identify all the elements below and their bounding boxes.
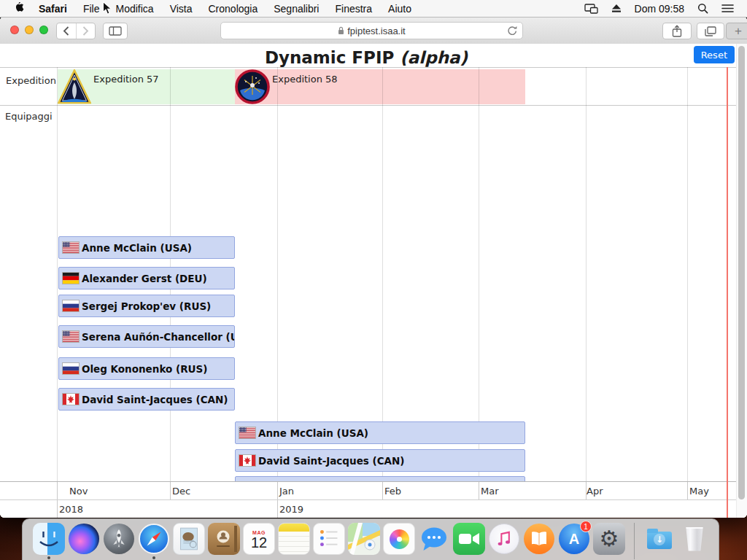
grid-line	[57, 67, 58, 481]
desktop: SafariFileModificaVistaCronologiaSegnali…	[0, 0, 747, 560]
menu-item-aiuto[interactable]: Aiuto	[388, 3, 411, 15]
notification-list-icon[interactable]	[721, 4, 734, 13]
zoom-window-button[interactable]	[39, 26, 48, 34]
dock-icon-messages[interactable]	[418, 523, 450, 559]
month-label-feb: Feb	[384, 486, 401, 497]
dock-icon-finder[interactable]	[33, 523, 65, 559]
tab-overview-button[interactable]	[697, 23, 724, 39]
dock-icon-mail[interactable]	[173, 523, 205, 559]
menu-item-finestra[interactable]: Finestra	[335, 3, 372, 15]
grid-line	[479, 67, 479, 481]
crew-bar[interactable]: David Saint-Jacques (CAN)	[235, 449, 525, 472]
grid-line	[277, 67, 278, 481]
minimize-window-button[interactable]	[25, 26, 34, 34]
dock-icon-photos[interactable]	[383, 523, 415, 559]
crew-name: Oleg Kononenko (RUS)	[82, 363, 207, 375]
browser-toolbar: fpiptest.isaa.it +	[0, 17, 747, 44]
apple-menu-icon[interactable]	[15, 2, 26, 15]
crew-bar[interactable]: Alexander Gerst (DEU)	[58, 267, 235, 289]
sidebar-toggle-button[interactable]	[103, 23, 128, 39]
menu-item-segnalibri[interactable]: Segnalibri	[274, 3, 319, 15]
display-mirroring-icon[interactable]	[584, 4, 598, 14]
page-scrollbar[interactable]	[736, 44, 747, 518]
dock-icon-siri[interactable]	[68, 523, 100, 559]
lock-icon	[338, 26, 344, 35]
dock-icon-safari[interactable]	[138, 523, 170, 559]
menu-clock[interactable]: Dom 09:58	[635, 3, 684, 15]
row-label-crews: Equipaggi	[5, 111, 53, 122]
dock-separator	[634, 523, 635, 559]
year-label-2018: 2018	[59, 504, 83, 515]
menu-item-modifica[interactable]: Modifica	[115, 3, 153, 15]
crew-bar[interactable]: Anne McClain (USA)	[58, 236, 235, 259]
menu-item-vista[interactable]: Vista	[170, 3, 193, 15]
grid-line	[586, 67, 587, 481]
row-label-expedition: Expedition	[6, 75, 56, 86]
crew-bar[interactable]: David Saint-Jacques (CAN)	[58, 388, 235, 411]
forward-button[interactable]	[76, 23, 96, 39]
dock-icon-maps[interactable]	[348, 523, 380, 559]
month-label-jan: Jan	[279, 486, 294, 497]
dock-icon-trash[interactable]	[678, 523, 711, 559]
crew-name: Serena Auñón-Chancellor (USA)	[82, 331, 235, 343]
today-marker-line	[727, 67, 728, 518]
crew-bar[interactable]: Oleg Kononenko (RUS)	[58, 357, 235, 380]
menu-items: SafariFileModificaVistaCronologiaSegnali…	[39, 3, 411, 15]
month-label-apr: Apr	[587, 486, 603, 497]
address-bar[interactable]: fpiptest.isaa.it	[220, 22, 523, 39]
month-tick	[382, 482, 383, 499]
expedition-label: Expedition 58	[272, 74, 338, 85]
dock-icon-appstore[interactable]: A1	[558, 523, 590, 559]
menu-item-file[interactable]: File	[83, 3, 100, 15]
dock-icon-launchpad[interactable]	[103, 523, 135, 559]
page-title: Dynamic FPIP (alpha)	[0, 48, 732, 67]
month-tick	[170, 482, 171, 499]
month-label-nov: Nov	[69, 486, 88, 497]
dock-icon-sysprefs[interactable]: ⚙	[593, 523, 625, 559]
dock-icon-notes[interactable]	[278, 523, 310, 559]
back-button[interactable]	[57, 23, 76, 39]
expedition-57-patch-icon	[58, 69, 91, 104]
nav-buttons	[56, 23, 96, 39]
crew-bar[interactable]: Anne McClain (USA)	[235, 421, 525, 444]
crew-bar[interactable]: Serena Auñón-Chancellor (USA)	[58, 325, 235, 348]
new-tab-button[interactable]: +	[726, 23, 747, 39]
reset-button[interactable]: Reset	[694, 46, 735, 63]
month-label-mar: Mar	[481, 486, 499, 497]
axis-months-row: NovDecJanFebMarAprMay	[0, 481, 747, 499]
month-tick	[479, 482, 479, 499]
grid-line	[382, 67, 383, 481]
running-indicator-dot	[152, 556, 155, 559]
app-store-badge: 1	[580, 521, 592, 532]
dock-icon-downloads[interactable]: ↓	[643, 523, 676, 559]
dock: MAG12A1⚙↓	[22, 518, 719, 560]
expedition-block-58[interactable]: Expedition 58	[235, 69, 525, 104]
close-window-button[interactable]	[10, 26, 19, 34]
crew-name: Anne McClain (USA)	[258, 427, 368, 439]
menu-item-cronologia[interactable]: Cronologia	[209, 3, 258, 15]
expedition-block-57[interactable]: Expedition 57	[58, 69, 235, 104]
dock-icon-ibooks[interactable]	[523, 523, 555, 559]
menu-item-safari[interactable]: Safari	[39, 3, 67, 15]
apple-logo	[15, 2, 26, 15]
crew-bar[interactable]: Sergej Prokop'ev (RUS)	[58, 295, 235, 317]
year-tick	[277, 500, 278, 518]
dock-icon-calendar[interactable]: MAG12	[243, 523, 275, 559]
crew-name: David Saint-Jacques (CAN)	[82, 394, 228, 405]
eject-icon[interactable]	[611, 4, 622, 13]
reload-icon[interactable]	[507, 26, 517, 39]
expedition-label: Expedition 57	[93, 74, 159, 85]
expedition-58-patch-icon	[235, 69, 270, 104]
crew-name: Anne McClain (USA)	[82, 242, 192, 254]
dock-icon-contacts[interactable]	[208, 523, 240, 559]
share-button[interactable]	[662, 23, 692, 39]
dock-icon-facetime[interactable]	[453, 523, 485, 559]
month-tick	[57, 482, 58, 499]
month-tick	[687, 482, 688, 499]
grid-line	[687, 67, 688, 481]
scrollbar-thumb[interactable]	[738, 46, 745, 499]
dock-icon-itunes[interactable]	[488, 523, 520, 559]
dock-icon-reminders[interactable]	[313, 523, 345, 559]
month-label-dec: Dec	[172, 486, 190, 497]
search-icon[interactable]	[697, 3, 708, 14]
